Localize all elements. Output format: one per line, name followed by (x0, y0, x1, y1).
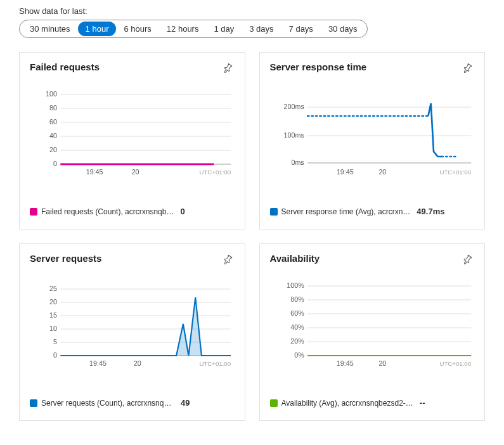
pill-12h[interactable]: 12 hours (159, 22, 207, 36)
pin-icon (462, 257, 473, 267)
time-range-pills: 30 minutes 1 hour 6 hours 12 hours 1 day… (19, 20, 368, 38)
card-title: Availability (270, 253, 320, 264)
time-range-label: Show data for last: (19, 6, 485, 16)
chart-availability[interactable]: 100% 80% 60% 40% 20% 0% 19:45 20 UTC+01:… (270, 280, 475, 384)
pin-icon (462, 66, 473, 75)
svg-text:UTC+01:00: UTC+01:00 (439, 169, 471, 176)
svg-text:60: 60 (49, 119, 57, 126)
legend-failed: Failed requests (Count), acrcrxnsnqb… 0 (30, 207, 235, 216)
svg-text:80: 80 (49, 105, 57, 112)
pill-30d[interactable]: 30 days (321, 22, 365, 36)
legend-requests: Server requests (Count), acrcrxnsnqb… 49 (30, 398, 235, 408)
pill-6h[interactable]: 6 hours (116, 22, 158, 36)
pin-button[interactable] (221, 253, 235, 268)
svg-text:19:45: 19:45 (86, 169, 103, 176)
svg-text:19:45: 19:45 (89, 360, 107, 367)
pill-1d[interactable]: 1 day (206, 22, 242, 36)
card-title: Server response time (270, 61, 367, 72)
pill-1h[interactable]: 1 hour (78, 22, 117, 36)
chart-response[interactable]: 200ms 100ms 0ms 19:45 20 UTC+01:00 (270, 88, 475, 193)
pin-button[interactable] (461, 253, 474, 268)
svg-text:0: 0 (53, 160, 57, 167)
pill-7d[interactable]: 7 days (281, 22, 321, 36)
svg-text:19:45: 19:45 (336, 169, 353, 176)
svg-text:100ms: 100ms (283, 132, 304, 139)
svg-text:15: 15 (49, 312, 57, 319)
card-server-response-time: Server response time 200ms 100ms 0ms (259, 52, 486, 229)
svg-text:100%: 100% (287, 282, 304, 289)
svg-text:40%: 40% (290, 324, 304, 331)
svg-text:20%: 20% (290, 338, 304, 345)
pin-icon (223, 257, 233, 267)
legend-label: Availability (Avg), acrcrxnsnqbezsd2-… (281, 399, 413, 408)
svg-text:20: 20 (134, 360, 141, 367)
legend-response: Server response time (Avg), acrcrxn… 49.… (270, 207, 475, 216)
svg-text:UTC+01:00: UTC+01:00 (199, 169, 231, 176)
legend-swatch (30, 399, 37, 407)
legend-value: 0 (180, 207, 184, 216)
svg-text:10: 10 (49, 325, 57, 332)
svg-text:20: 20 (132, 169, 139, 176)
svg-text:80%: 80% (290, 296, 304, 303)
legend-label: Server requests (Count), acrcrxnsnqb… (41, 399, 174, 408)
card-title: Failed requests (30, 61, 100, 72)
pin-button[interactable] (221, 61, 235, 77)
legend-value: -- (420, 398, 425, 408)
legend-value: 49.7ms (417, 207, 444, 216)
legend-value: 49 (181, 398, 190, 408)
svg-text:25: 25 (49, 285, 57, 292)
legend-swatch (270, 208, 278, 216)
card-failed-requests: Failed requests 100 80 60 (19, 52, 245, 229)
svg-text:UTC+01:00: UTC+01:00 (199, 361, 231, 367)
svg-text:200ms: 200ms (283, 103, 304, 110)
svg-text:60%: 60% (290, 310, 304, 317)
svg-text:19:45: 19:45 (336, 360, 353, 367)
card-availability: Availability 100% 80% 60% (259, 243, 486, 421)
card-title: Server requests (30, 253, 101, 264)
legend-swatch (270, 399, 278, 407)
svg-text:0: 0 (53, 352, 57, 359)
cards-grid: Failed requests 100 80 60 (19, 52, 485, 421)
svg-text:20: 20 (49, 299, 57, 306)
svg-text:40: 40 (49, 132, 57, 139)
svg-text:20: 20 (49, 146, 57, 153)
pin-button[interactable] (461, 61, 474, 77)
chart-failed[interactable]: 100 80 60 40 20 0 19:45 20 UTC+01:00 (30, 88, 235, 193)
svg-text:5: 5 (53, 339, 57, 345)
legend-availability: Availability (Avg), acrcrxnsnqbezsd2-… -… (270, 398, 475, 408)
chart-requests[interactable]: 25 20 15 10 5 0 19:45 20 UTC+01:00 (30, 280, 235, 384)
pill-3d[interactable]: 3 days (242, 22, 281, 36)
pill-30m[interactable]: 30 minutes (22, 22, 78, 36)
legend-label: Failed requests (Count), acrcrxnsnqb… (41, 207, 174, 216)
pin-icon (223, 66, 233, 75)
svg-text:0ms: 0ms (291, 159, 304, 166)
svg-text:20: 20 (378, 360, 386, 367)
svg-text:0%: 0% (294, 352, 304, 359)
legend-swatch (30, 208, 37, 216)
svg-text:20: 20 (378, 169, 386, 176)
card-server-requests: Server requests 25 20 15 (19, 243, 245, 421)
legend-label: Server response time (Avg), acrcrxn… (281, 207, 411, 216)
svg-text:UTC+01:00: UTC+01:00 (439, 361, 471, 367)
svg-text:100: 100 (46, 91, 57, 98)
